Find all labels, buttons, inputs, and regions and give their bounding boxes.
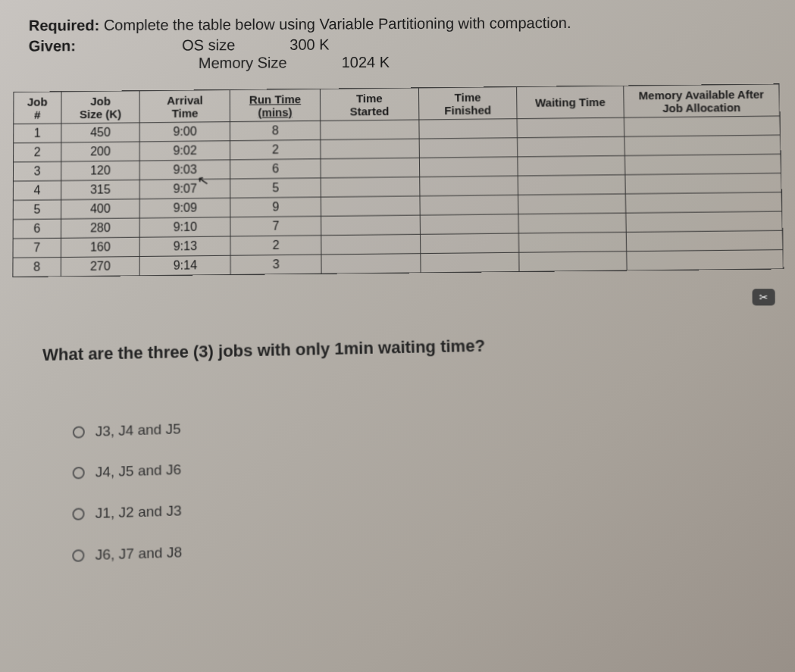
cell-runtime: 8 [230,120,321,140]
cell-mem [624,135,781,155]
cell-job: 6 [13,219,61,239]
cell-size: 400 [61,199,139,219]
cell-tfin [419,138,518,158]
cell-mem [624,154,781,174]
cell-tstart [321,120,419,139]
option-1[interactable]: J3, J4 and J5 [73,402,778,441]
option-3-label: J1, J2 and J3 [95,502,182,522]
cell-wait [518,136,624,157]
cell-mem [625,192,782,213]
cell-tstart [321,158,419,178]
cell-tstart [321,196,420,217]
cell-tfin [420,252,519,273]
radio-icon[interactable] [73,426,85,438]
th-job: Job# [14,92,61,124]
th-memory-available: Memory Available AfterJob Allocation [623,84,779,117]
radio-icon[interactable] [73,467,85,480]
cell-arrival: 9:13 [140,236,231,257]
answer-options: J3, J4 and J5 J4, J5 and J6 J1, J2 and J… [72,402,787,564]
cell-mem [624,116,780,136]
cell-tfin [420,233,519,254]
cell-tstart [321,215,421,236]
cell-wait [519,252,627,272]
cell-tfin [419,119,518,139]
cell-tstart [321,254,421,274]
cell-job: 1 [14,123,61,143]
memory-size-value: 1024 K [342,54,390,71]
cell-runtime: 2 [230,236,321,256]
cell-wait [518,175,625,195]
cell-tfin [419,157,518,177]
th-time-started: TimeStarted [320,88,418,120]
given-line-2: Memory Size 1024 K [199,52,782,72]
cell-runtime: 2 [230,140,321,160]
cell-wait [518,194,626,214]
th-runtime: Run Time(mins) [230,89,320,121]
cell-mem [626,230,783,251]
cell-job: 4 [13,180,61,200]
problem-header: Required: Complete the table below using… [29,15,782,70]
cell-wait [517,117,624,138]
cell-mem [625,173,782,194]
radio-icon[interactable] [72,549,84,562]
cell-tfin [420,195,519,215]
given-label: Given: [29,37,76,55]
cell-arrival: 9:00 [140,122,230,142]
cell-runtime: 6 [230,159,321,179]
cell-runtime: 3 [230,255,321,275]
cell-size: 160 [61,237,139,257]
cell-runtime: 9 [230,197,321,217]
cell-size: 200 [61,142,139,161]
radio-icon[interactable] [72,508,84,520]
question-text: What are the three (3) jobs with only 1m… [42,330,783,365]
cell-size: 315 [61,180,139,199]
required-label: Required: [29,17,99,33]
cell-tstart [321,234,421,255]
option-4-label: J6, J7 and J8 [95,544,183,564]
th-time-finished: TimeFinished [418,87,517,120]
cell-wait [518,156,624,177]
cell-size: 280 [61,218,139,238]
cell-wait [518,213,626,233]
cell-tstart [321,139,419,159]
cell-job: 5 [13,200,61,220]
option-1-label: J3, J4 and J5 [95,420,181,439]
cell-arrival: 9:10 [140,217,231,238]
option-3[interactable]: J1, J2 and J3 [72,483,784,523]
required-line: Required: Complete the table below using… [29,13,781,34]
cell-runtime: 7 [230,216,321,236]
cell-runtime: 5 [230,178,321,198]
option-2-label: J4, J5 and J6 [95,461,181,481]
table-body: 14509:00822009:02231209:03643159:0755400… [13,116,784,277]
cell-arrival: 9:09 [140,198,231,218]
cell-size: 450 [61,123,140,142]
cell-job: 8 [13,258,61,277]
cell-tfin [419,176,518,196]
cell-mem [625,211,782,232]
worksheet-page: Required: Complete the table below using… [11,15,784,564]
required-text: Complete the table below using Variable … [104,14,571,33]
cell-job: 3 [13,161,61,181]
cell-mem [626,250,783,271]
snip-badge-icon: ✂ [753,289,775,305]
th-waiting-time: Waiting Time [517,86,624,119]
cell-tfin [420,214,519,235]
cell-wait [519,232,627,252]
cell-arrival: 9:02 [140,141,230,161]
cell-tstart [321,177,419,198]
os-size-label: OS size [182,36,235,54]
cell-arrival: 9:14 [140,255,231,276]
cell-arrival: 9:03 [140,160,230,180]
cell-job: 7 [13,238,61,258]
snip-badge-glyph: ✂ [759,291,768,303]
cell-size: 120 [61,161,139,180]
th-arrival: ArrivalTime [140,90,230,123]
os-size-value: 300 K [290,36,329,54]
th-size: JobSize (K) [61,91,140,123]
option-4[interactable]: J6, J7 and J8 [72,525,787,564]
cell-arrival: 9:07 [140,179,230,198]
job-table: Job# JobSize (K) ArrivalTime Run Time(mi… [12,84,784,278]
option-2[interactable]: J4, J5 and J6 [73,442,781,481]
memory-size-label: Memory Size [199,54,287,72]
cell-job: 2 [14,142,61,162]
